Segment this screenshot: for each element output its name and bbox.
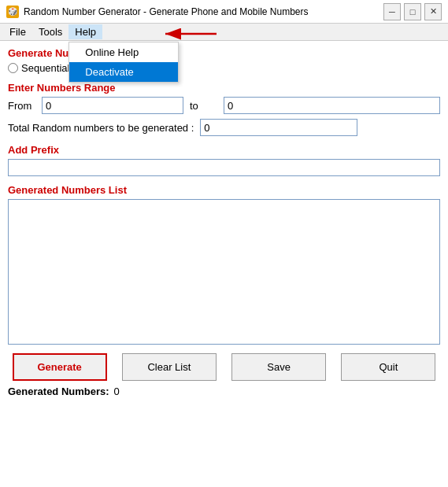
- help-dropdown: Online Help Deactivate: [68, 42, 179, 83]
- save-button[interactable]: Save: [231, 353, 326, 381]
- range-section: Enter Numbers Range From to Total Random…: [8, 82, 440, 136]
- maximize-button[interactable]: □: [404, 3, 421, 20]
- status-label: Generated Numbers:: [8, 386, 109, 397]
- from-label: From: [8, 100, 35, 112]
- to-input[interactable]: [224, 97, 440, 114]
- to-label: to: [190, 100, 217, 112]
- total-input[interactable]: [200, 119, 357, 136]
- menu-deactivate[interactable]: Deactivate: [69, 62, 178, 82]
- status-value: 0: [114, 386, 120, 397]
- from-input[interactable]: [42, 97, 183, 114]
- clear-list-button[interactable]: Clear List: [122, 353, 217, 381]
- radio-sequential[interactable]: Sequential: [8, 62, 69, 74]
- radio-sequential-label: Sequential: [21, 62, 69, 74]
- close-button[interactable]: ✕: [424, 3, 442, 20]
- title-bar: 🎲 Random Number Generator - Generate Pho…: [0, 0, 448, 24]
- menu-item-tools[interactable]: Tools: [32, 24, 68, 39]
- main-content: Generate Numbers Sequential Random Enter…: [0, 41, 448, 487]
- range-section-label: Enter Numbers Range: [8, 82, 440, 94]
- list-section: Generated Numbers List: [8, 184, 440, 347]
- menu-online-help[interactable]: Online Help: [69, 42, 178, 62]
- generated-list-textarea[interactable]: [8, 199, 440, 345]
- total-row: Total Random numbers to be generated :: [8, 119, 440, 136]
- button-bar: Generate Clear List Save Quit: [8, 353, 440, 381]
- prefix-label: Add Prefix: [8, 144, 440, 156]
- list-label: Generated Numbers List: [8, 184, 440, 196]
- menu-item-help[interactable]: Help Online Help Deactivate: [68, 24, 102, 39]
- menu-item-file[interactable]: File: [3, 24, 32, 39]
- app-icon: 🎲: [6, 6, 19, 18]
- window-title: Random Number Generator - Generate Phone…: [24, 6, 383, 17]
- prefix-input[interactable]: [8, 159, 440, 176]
- radio-sequential-input[interactable]: [8, 63, 18, 73]
- generate-button[interactable]: Generate: [13, 353, 107, 381]
- window-controls: ─ □ ✕: [383, 3, 442, 20]
- quit-button[interactable]: Quit: [341, 353, 435, 381]
- total-label: Total Random numbers to be generated :: [8, 122, 194, 134]
- prefix-section: Add Prefix: [8, 144, 440, 176]
- status-bar: Generated Numbers: 0: [8, 386, 440, 397]
- minimize-button[interactable]: ─: [383, 3, 401, 20]
- range-row: From to: [8, 97, 440, 114]
- menu-bar: File Tools Help Online Help Deactivate: [0, 24, 448, 41]
